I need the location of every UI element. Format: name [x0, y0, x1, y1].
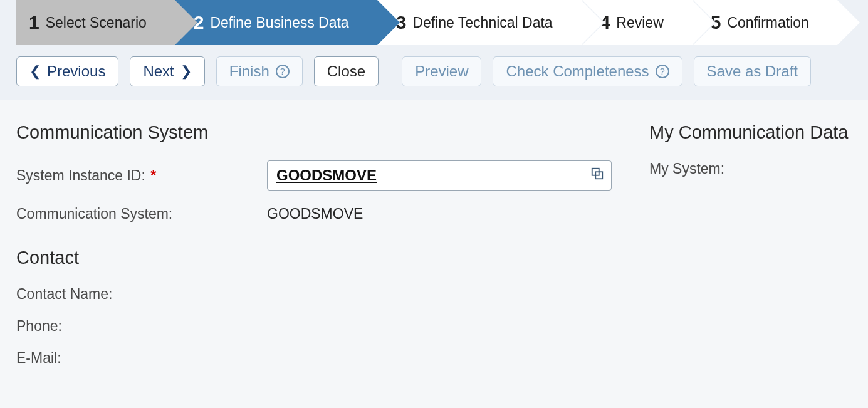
field-label: System Instance ID: *	[16, 167, 267, 184]
finish-button[interactable]: Finish ?	[216, 56, 303, 86]
next-button[interactable]: Next ❯	[130, 56, 204, 86]
step-label: Select Scenario	[46, 14, 147, 31]
help-icon: ?	[656, 65, 669, 78]
step-label: Define Business Data	[210, 14, 348, 31]
field-contact-name: Contact Name:	[16, 286, 612, 303]
toolbar-separator	[390, 60, 390, 83]
form-content: Communication System System Instance ID:…	[0, 100, 868, 404]
button-label: Next	[143, 63, 174, 80]
wizard-step-3[interactable]: 3 Define Technical Data	[377, 0, 581, 45]
field-my-system: My System:	[649, 160, 868, 177]
field-email: E-Mail:	[16, 350, 612, 367]
section-heading-communication-system: Communication System	[16, 122, 612, 143]
step-label: Confirmation	[727, 14, 808, 31]
close-button[interactable]: Close	[314, 56, 379, 86]
field-communication-system: Communication System: GOODSMOVE	[16, 206, 612, 222]
button-label: Preview	[415, 63, 468, 80]
wizard-toolbar: ❮ Previous Next ❯ Finish ? Close Preview…	[0, 45, 868, 100]
section-heading-contact: Contact	[16, 248, 612, 268]
button-label: Finish	[229, 63, 269, 80]
button-label: Previous	[47, 63, 105, 80]
save-draft-button[interactable]: Save as Draft	[694, 56, 811, 86]
step-label: Review	[616, 14, 663, 31]
field-phone: Phone:	[16, 318, 612, 335]
field-label: Phone:	[16, 318, 267, 335]
field-label: Communication System:	[16, 206, 267, 222]
required-indicator-icon: *	[150, 167, 156, 184]
step-number: 1	[29, 12, 39, 33]
wizard-step-2[interactable]: 2 Define Business Data	[175, 0, 377, 45]
wizard-step-1[interactable]: 1 Select Scenario	[16, 0, 175, 45]
field-system-instance-id: System Instance ID: *	[16, 160, 612, 191]
step-label: Define Technical Data	[412, 14, 552, 31]
check-completeness-button[interactable]: Check Completeness ?	[493, 56, 682, 86]
button-label: Save as Draft	[707, 63, 798, 80]
chevron-left-icon: ❮	[29, 65, 41, 78]
system-instance-id-input[interactable]	[267, 160, 612, 191]
label-text: System Instance ID:	[16, 167, 145, 184]
preview-button[interactable]: Preview	[402, 56, 481, 86]
field-value: GOODSMOVE	[267, 206, 363, 222]
help-icon: ?	[276, 65, 290, 78]
button-label: Check Completeness	[506, 63, 649, 80]
button-label: Close	[327, 63, 365, 80]
wizard-roadmap: 1 Select Scenario 2 Define Business Data…	[0, 0, 868, 45]
field-label: E-Mail:	[16, 350, 267, 367]
previous-button[interactable]: ❮ Previous	[16, 56, 118, 86]
field-label: Contact Name:	[16, 286, 267, 303]
field-label: My System:	[649, 160, 868, 177]
section-heading-my-communication-data: My Communication Data	[649, 122, 868, 143]
value-help-icon[interactable]	[590, 167, 604, 184]
chevron-right-icon: ❯	[180, 65, 192, 78]
